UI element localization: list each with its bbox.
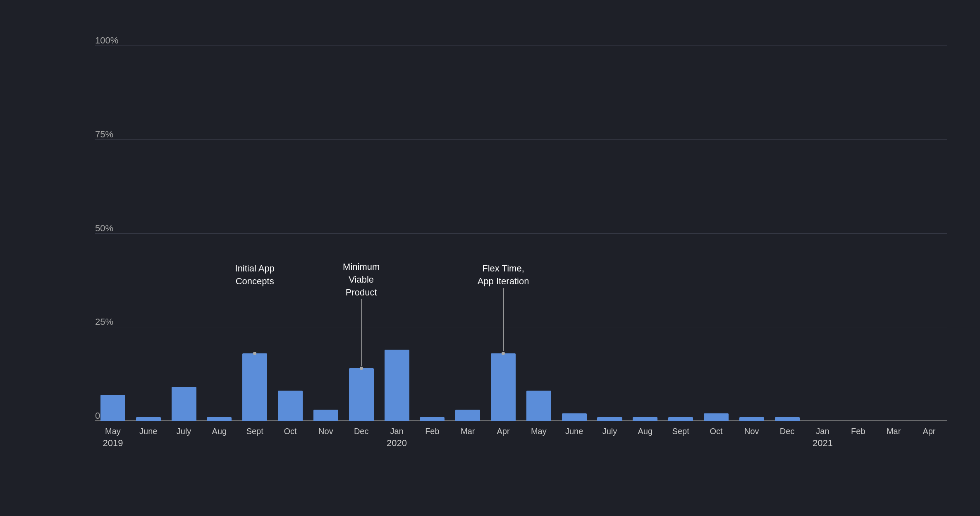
x-month-label-11: Apr	[497, 426, 509, 437]
x-label-group-5: Oct	[272, 426, 308, 437]
x-label-group-10: Mar	[450, 426, 485, 437]
x-month-label-19: Dec	[780, 426, 795, 437]
bar-Dec-19	[775, 417, 800, 421]
bar-group-19	[770, 46, 805, 421]
x-label-group-20: Jan2021	[805, 426, 841, 449]
bar-Aug-15	[633, 417, 657, 421]
bar-Dec-7	[349, 368, 374, 421]
x-month-label-1: June	[139, 426, 157, 437]
x-month-label-17: Oct	[710, 426, 722, 437]
bar-June-13	[562, 413, 587, 421]
bar-May-2019	[100, 395, 125, 421]
x-month-label-22: Mar	[887, 426, 901, 437]
bar-May-12	[526, 391, 551, 421]
x-label-group-15: Aug	[627, 426, 663, 437]
x-month-label-8: Jan	[390, 426, 403, 437]
bar-group-6	[308, 46, 344, 421]
x-label-group-12: May	[521, 426, 557, 437]
chart-area: 100%75%50%25%0%Initial AppConceptsMinimu…	[50, 46, 947, 454]
bar-group-8	[379, 46, 415, 421]
bar-group-5	[272, 46, 308, 421]
bar-group-21	[840, 46, 876, 421]
bar-group-22	[876, 46, 911, 421]
x-month-label-6: Nov	[318, 426, 333, 437]
x-label-group-3: Aug	[201, 426, 237, 437]
bar-group-15	[627, 46, 663, 421]
bar-group-0	[95, 46, 131, 421]
x-year-label-2020: 2020	[387, 437, 407, 449]
x-month-label-3: Aug	[212, 426, 227, 437]
x-month-label-23: Apr	[923, 426, 935, 437]
bar-group-23	[911, 46, 947, 421]
x-month-label-12: May	[531, 426, 547, 437]
x-label-group-13: June	[557, 426, 592, 437]
bar-Sept-4	[242, 353, 267, 421]
x-month-label-20: Jan	[816, 426, 829, 437]
bar-group-11	[485, 46, 521, 421]
bar-Nov-6	[313, 410, 338, 421]
bar-group-12	[521, 46, 557, 421]
x-label-group-4: Sept	[237, 426, 272, 437]
bar-Feb-9	[420, 417, 445, 421]
bar-Apr-11	[491, 353, 516, 421]
bar-group-14	[592, 46, 628, 421]
x-month-label-16: Sept	[672, 426, 689, 437]
x-month-label-2: July	[177, 426, 191, 437]
bar-Aug-3	[207, 417, 232, 421]
x-label-group-17: Oct	[698, 426, 734, 437]
bar-Oct-5	[278, 391, 303, 421]
x-label-group-0: May2019	[95, 426, 131, 449]
x-label-group-6: Nov	[308, 426, 344, 437]
bar-group-20	[805, 46, 841, 421]
x-month-label-4: Sept	[246, 426, 263, 437]
x-month-label-21: Feb	[851, 426, 865, 437]
x-label-group-1: June	[131, 426, 166, 437]
bar-group-1	[131, 46, 166, 421]
x-month-label-15: Aug	[638, 426, 653, 437]
x-month-label-13: June	[565, 426, 583, 437]
x-label-group-22: Mar	[876, 426, 911, 437]
x-month-label-10: Mar	[461, 426, 475, 437]
y-tick-label-100: 100%	[95, 35, 118, 46]
bar-Mar-10	[455, 410, 480, 421]
x-label-group-16: Sept	[663, 426, 698, 437]
x-label-group-21: Feb	[840, 426, 876, 437]
x-label-group-11: Apr	[485, 426, 521, 437]
bar-group-17	[698, 46, 734, 421]
x-label-group-18: Nov	[734, 426, 770, 437]
x-axis: May2019JuneJulyAugSeptOctNovDecJan2020Fe…	[70, 421, 947, 454]
bar-group-13	[557, 46, 592, 421]
chart-container: 100%75%50%25%0%Initial AppConceptsMinimu…	[0, 0, 980, 516]
bar-group-10	[450, 46, 485, 421]
x-label-group-14: July	[592, 426, 628, 437]
x-month-label-5: Oct	[284, 426, 296, 437]
x-label-group-2: July	[166, 426, 202, 437]
grid-area: 100%75%50%25%0%Initial AppConceptsMinimu…	[70, 46, 947, 421]
bar-group-4	[237, 46, 272, 421]
x-label-group-8: Jan2020	[379, 426, 415, 449]
bar-July-2	[172, 387, 196, 421]
grid-line-0: 0%	[95, 421, 947, 421]
bar-Sept-16	[668, 417, 693, 421]
bar-July-14	[597, 417, 622, 421]
x-label-group-19: Dec	[770, 426, 805, 437]
x-month-label-9: Feb	[425, 426, 439, 437]
bar-Oct-17	[704, 413, 729, 421]
bar-group-2	[166, 46, 202, 421]
x-label-group-23: Apr	[911, 426, 947, 437]
bars-container	[95, 46, 947, 421]
bar-group-7	[344, 46, 379, 421]
x-month-label-7: Dec	[354, 426, 369, 437]
bar-group-18	[734, 46, 770, 421]
x-month-label-18: Nov	[744, 426, 759, 437]
x-label-group-9: Feb	[414, 426, 450, 437]
x-month-label-14: July	[602, 426, 617, 437]
x-label-group-7: Dec	[344, 426, 379, 437]
x-month-label-0: May	[105, 426, 121, 437]
bar-Nov-18	[739, 417, 764, 421]
x-year-label-2019: 2019	[103, 437, 123, 449]
x-year-label-2021: 2021	[813, 437, 833, 449]
bar-group-9	[414, 46, 450, 421]
bar-group-3	[201, 46, 237, 421]
bar-group-16	[663, 46, 698, 421]
